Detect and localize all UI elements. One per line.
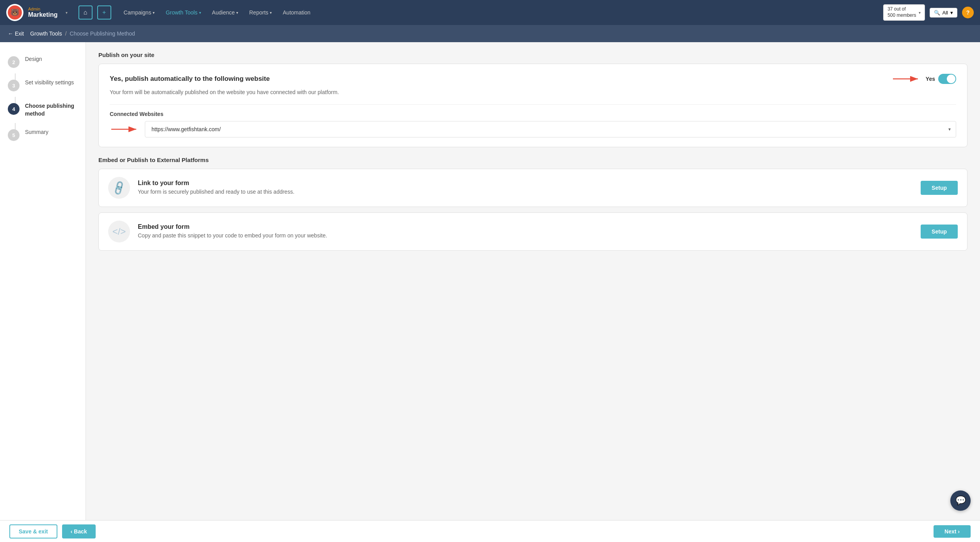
sidebar-item-design[interactable]: 2 Design — [0, 50, 86, 73]
brand-name: Marketing — [28, 11, 58, 18]
link-icon: 🔗 — [108, 177, 130, 199]
url-select[interactable]: https://www.getfishtank.com/ — [145, 121, 956, 137]
step-4-circle: 4 — [8, 103, 20, 115]
breadcrumb: ← Exit Growth Tools / Choose Publishing … — [0, 25, 980, 42]
publish-auto-title: Yes, publish automatically to the follow… — [110, 75, 270, 83]
nav-reports[interactable]: Reports ▾ — [244, 6, 276, 19]
search-bar[interactable]: 🔍 All ▾ — [930, 8, 957, 18]
main-layout: 2 Design 3 Set visibility settings 4 Cho… — [0, 42, 980, 520]
sidebar-item-summary-label: Summary — [25, 128, 48, 136]
red-arrow-annotation — [891, 73, 923, 84]
brand: Admin Marketing — [28, 7, 58, 18]
url-red-arrow — [110, 124, 141, 135]
chat-icon: 💬 — [955, 496, 966, 506]
campaigns-arrow-icon: ▾ — [153, 11, 155, 15]
next-button[interactable]: Next › — [934, 525, 971, 538]
embed-form-desc: Copy and paste this snippet to your code… — [138, 232, 913, 240]
section2-title: Embed or Publish to External Platforms — [98, 157, 968, 163]
add-button[interactable]: + — [97, 5, 111, 20]
nav-growth-tools[interactable]: Growth Tools ▾ — [161, 6, 205, 19]
footer-left: Save & exit ‹ Back — [9, 524, 96, 538]
breadcrumb-sep2: / — [65, 30, 67, 37]
members-count: 37 out of 500 members — [887, 6, 916, 18]
chat-bubble[interactable]: 💬 — [950, 490, 971, 511]
home-button[interactable]: ⌂ — [78, 5, 93, 20]
card-divider — [110, 104, 956, 105]
link-form-title: Link to your form — [138, 180, 913, 187]
step-3-circle: 3 — [8, 80, 20, 91]
logo: 🐻 — [6, 4, 23, 21]
sidebar-item-visibility[interactable]: 3 Set visibility settings — [0, 73, 86, 97]
top-nav: 🐻 Admin Marketing ▾ ⌂ + Campaigns ▾ Grow… — [0, 0, 980, 25]
breadcrumb-parent: Growth Tools — [30, 30, 62, 37]
step-5-circle: 5 — [8, 129, 20, 141]
breadcrumb-current: Choose Publishing Method — [70, 30, 135, 37]
sidebar-item-summary[interactable]: 5 Summary — [0, 123, 86, 146]
reports-arrow-icon: ▾ — [270, 11, 272, 15]
sidebar-item-publishing[interactable]: 4 Choose publishing method — [0, 97, 86, 123]
footer-bar: Save & exit ‹ Back Next › — [0, 520, 980, 542]
search-label: All — [943, 10, 948, 16]
help-button[interactable]: ? — [962, 7, 974, 18]
exit-link[interactable]: ← Exit — [8, 30, 24, 37]
code-icon: </> — [108, 221, 130, 242]
members-chevron-icon: ▾ — [919, 11, 921, 15]
embed-setup-button[interactable]: Setup — [921, 225, 958, 239]
growth-tools-arrow-icon: ▾ — [199, 11, 201, 15]
link-form-card: 🔗 Link to your form Your form is securel… — [98, 169, 968, 207]
search-icon: 🔍 — [934, 10, 940, 16]
publish-toggle[interactable] — [938, 74, 956, 84]
url-row: https://www.getfishtank.com/ ▾ — [110, 121, 956, 137]
toggle-wrapper: Yes — [891, 73, 956, 84]
save-exit-button[interactable]: Save & exit — [9, 524, 57, 538]
nav-links: Campaigns ▾ Growth Tools ▾ Audience ▾ Re… — [119, 6, 879, 19]
connected-label: Connected Websites — [110, 111, 956, 117]
link-setup-button[interactable]: Setup — [921, 181, 958, 195]
embed-form-info: Embed your form Copy and paste this snip… — [138, 223, 913, 240]
sidebar: 2 Design 3 Set visibility settings 4 Cho… — [0, 42, 86, 520]
nav-automation[interactable]: Automation — [278, 6, 315, 19]
main-content: Publish on your site Yes, publish automa… — [86, 42, 980, 520]
step-2-circle: 2 — [8, 56, 20, 68]
back-button[interactable]: ‹ Back — [62, 524, 96, 538]
sidebar-item-visibility-label: Set visibility settings — [25, 79, 74, 87]
nav-campaigns[interactable]: Campaigns ▾ — [119, 6, 160, 19]
members-badge[interactable]: 37 out of 500 members ▾ — [883, 4, 925, 20]
publish-auto-desc: Your form will be automatically publishe… — [110, 88, 956, 96]
publish-auto-card: Yes, publish automatically to the follow… — [98, 64, 968, 147]
audience-arrow-icon: ▾ — [236, 11, 238, 15]
toggle-label: Yes — [926, 76, 935, 82]
link-form-info: Link to your form Your form is securely … — [138, 180, 913, 196]
publish-auto-header: Yes, publish automatically to the follow… — [110, 73, 956, 84]
embed-form-card: </> Embed your form Copy and paste this … — [98, 212, 968, 251]
search-chevron-icon: ▾ — [950, 10, 953, 16]
section1-title: Publish on your site — [98, 52, 968, 58]
admin-label: Admin — [28, 7, 58, 11]
sidebar-item-design-label: Design — [25, 55, 42, 63]
toggle-knob — [947, 75, 955, 83]
embed-form-title: Embed your form — [138, 223, 913, 230]
sidebar-item-publishing-label: Choose publishing method — [25, 102, 78, 118]
link-form-desc: Your form is securely published and read… — [138, 188, 913, 196]
url-select-wrapper: https://www.getfishtank.com/ ▾ — [145, 121, 956, 137]
brand-dropdown-icon[interactable]: ▾ — [66, 11, 68, 15]
logo-icon: 🐻 — [8, 5, 22, 20]
nav-audience[interactable]: Audience ▾ — [207, 6, 243, 19]
